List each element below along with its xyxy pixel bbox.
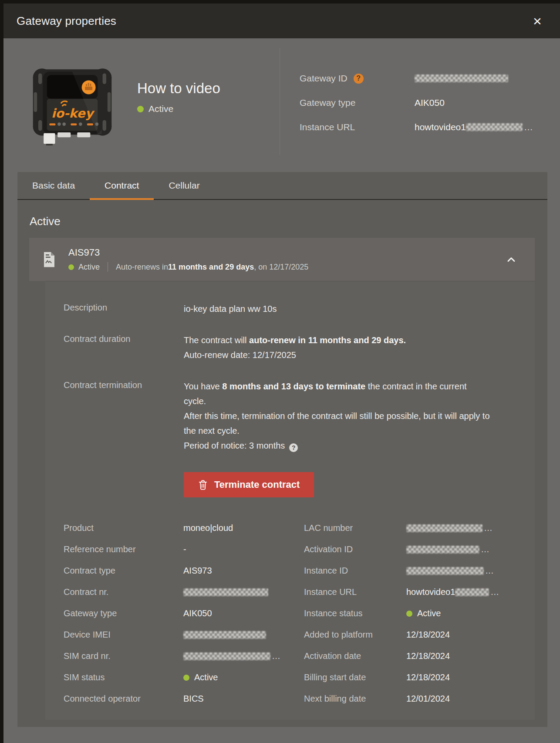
detail-label: Activation ID <box>304 544 406 554</box>
redacted-value <box>455 588 489 596</box>
status-dot <box>137 106 144 112</box>
detail-row: Next billing date12/01/2024 <box>304 688 517 709</box>
auto-renew-date: Auto-renew date: 12/17/2025 <box>184 348 491 362</box>
contract-card: AIS973 Active Auto-renews in 11 months a… <box>29 238 535 720</box>
value-text: howtovideo1 <box>415 122 466 132</box>
detail-value: AIK050 <box>183 608 212 618</box>
contract-subtitle: Active Auto-renews in 11 months and 29 d… <box>68 262 308 272</box>
detail-row: Activation date12/18/2024 <box>304 645 517 667</box>
detail-row: Gateway ID? <box>300 66 543 91</box>
detail-label-text: Activation ID <box>304 544 353 554</box>
help-icon[interactable]: ? <box>354 74 364 84</box>
contract-termination-value: You have 8 months and 13 days to termina… <box>184 379 491 453</box>
contract-termination-row: Contract termination You have 8 months a… <box>64 379 517 453</box>
value-text: 12/01/2024 <box>406 694 450 704</box>
description-label: Description <box>64 301 184 314</box>
dialog-header: Gateway properties × <box>3 3 560 38</box>
summary-divider <box>280 48 280 155</box>
contract-detail-grid: Productmoneo|cloudReference number-Contr… <box>64 517 517 709</box>
value-text: AIK050 <box>415 98 445 108</box>
detail-label-text: Connected operator <box>64 694 141 703</box>
value-text: 12/18/2024 <box>406 630 450 640</box>
detail-label-text: Device IMEI <box>64 630 111 639</box>
period-of-notice: Period of notice: 3 months? <box>184 438 491 453</box>
detail-value: AIK050 <box>415 98 445 108</box>
detail-value: … <box>406 566 494 576</box>
detail-value: 12/18/2024 <box>406 672 450 682</box>
detail-row: Reference number- <box>64 539 304 560</box>
collapse-button[interactable] <box>505 253 517 266</box>
duration-text-prefix: The contract will <box>184 335 249 345</box>
value-ellipsis: … <box>485 566 494 576</box>
detail-label: Device IMEI <box>64 630 183 640</box>
termination-text-prefix: You have <box>184 382 222 391</box>
tab-cellular[interactable]: Cellular <box>154 172 214 199</box>
value-text: 12/18/2024 <box>406 651 450 661</box>
detail-row: Instance URLhowtovideo1… <box>304 581 517 603</box>
tab-contract[interactable]: Contract <box>90 172 154 199</box>
detail-row: Billing start date12/18/2024 <box>304 667 517 688</box>
detail-value: 12/18/2024 <box>406 630 450 640</box>
contract-card-header[interactable]: AIS973 Active Auto-renews in 11 months a… <box>29 238 535 281</box>
gateway-info-list: Gateway ID?Gateway typeAIK050Instance UR… <box>300 66 543 139</box>
gateway-status: Active <box>137 104 220 114</box>
value-text: Active <box>194 672 218 682</box>
redacted-value <box>466 123 523 131</box>
detail-value: … <box>406 523 493 533</box>
duration-text-suffix: . <box>404 335 406 345</box>
detail-value: howtovideo1… <box>406 587 499 597</box>
value-text: howtovideo1 <box>406 587 455 597</box>
value-text: - <box>183 544 186 554</box>
gateway-name: How to video <box>137 80 220 97</box>
svg-text:io-key: io-key <box>51 106 95 121</box>
contract-status-label: Active <box>78 263 100 272</box>
detail-value: moneo|cloud <box>183 523 233 533</box>
value-ellipsis: … <box>490 587 499 597</box>
detail-label-text: Instance URL <box>304 587 357 597</box>
value-ellipsis: … <box>524 122 533 132</box>
redacted-value <box>406 524 482 532</box>
tab-panel: Basic data Contract Cellular Active AIS9… <box>17 172 547 727</box>
gateway-status-label: Active <box>148 104 173 114</box>
detail-label-text: Next billing date <box>304 694 366 703</box>
detail-label: SIM status <box>64 672 183 682</box>
tab-basic-data[interactable]: Basic data <box>17 172 90 199</box>
detail-label: Contract type <box>64 566 183 576</box>
gateway-properties-dialog: Gateway properties × io-key <box>3 3 560 743</box>
chevron-up-icon <box>505 253 517 266</box>
detail-label: Instance ID <box>304 566 406 576</box>
terminate-button-label: Terminate contract <box>214 479 300 490</box>
notice-help-icon[interactable]: ? <box>289 443 298 452</box>
redacted-value <box>183 588 268 596</box>
detail-row: Contract nr. <box>64 581 304 603</box>
terminate-contract-button[interactable]: Terminate contract <box>184 472 314 497</box>
detail-value: Active <box>406 608 441 618</box>
redacted-value <box>406 567 484 575</box>
detail-label-text: Gateway ID <box>300 73 347 84</box>
redacted-value <box>183 631 266 639</box>
contract-duration-label: Contract duration <box>64 333 184 345</box>
detail-row: Device IMEI <box>64 624 304 645</box>
value-text: AIS973 <box>183 566 212 576</box>
detail-value: … <box>183 651 280 661</box>
detail-value: 12/01/2024 <box>406 694 450 704</box>
detail-row: Instance URLhowtovideo1… <box>300 115 543 139</box>
detail-label: Reference number <box>64 544 183 554</box>
termination-next-cycle-text: After this time, termination of the cont… <box>184 409 491 438</box>
detail-label: Connected operator <box>64 694 183 704</box>
termination-text-bold: 8 months and 13 days to terminate <box>222 382 365 391</box>
detail-column-left: Productmoneo|cloudReference number-Contr… <box>64 517 304 709</box>
close-icon[interactable]: × <box>528 11 547 30</box>
detail-value <box>183 631 266 639</box>
redacted-value <box>415 74 508 82</box>
detail-label-text: Contract type <box>64 566 115 575</box>
dialog-title: Gateway properties <box>17 14 116 28</box>
detail-row: Instance statusActive <box>304 603 517 624</box>
detail-label-text: Contract nr. <box>64 587 108 597</box>
description-row: Description io-key data plan ww 10s <box>64 301 517 316</box>
detail-label-text: Added to platform <box>304 630 373 639</box>
detail-row: Gateway typeAIK050 <box>300 91 543 115</box>
detail-value: - <box>183 544 186 554</box>
detail-label-text: Instance URL <box>300 122 355 132</box>
detail-row: Productmoneo|cloud <box>64 517 304 539</box>
